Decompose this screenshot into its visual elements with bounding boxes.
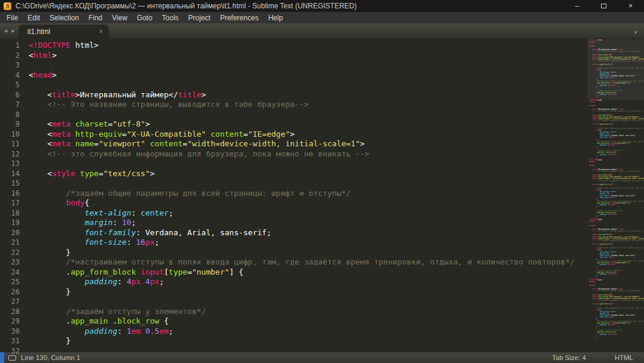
line-number[interactable]: 16 [0, 189, 20, 199]
status-right-group: Tab Size: 4 HTML [552, 354, 644, 361]
line-number[interactable]: 23 [0, 257, 20, 267]
line-number[interactable]: 6 [0, 90, 20, 100]
tab-list-dropdown-icon[interactable]: ▼ [633, 30, 638, 35]
code-line[interactable]: <html> [29, 51, 644, 61]
line-number[interactable]: 27 [0, 297, 20, 307]
line-number[interactable]: 8 [0, 110, 20, 120]
tab-scroll-controls: ◀ ▶ [0, 23, 19, 38]
code-area[interactable]: <!DOCTYPE html><html> <head> <title>Инте… [24, 38, 644, 352]
line-number[interactable]: 24 [0, 267, 20, 278]
code-line[interactable]: <meta charset="utf-8"> [29, 119, 644, 130]
line-number[interactable]: 32 [0, 346, 20, 356]
cursor-position: Line 130, Column 1 [21, 354, 80, 361]
line-number[interactable]: 3 [0, 60, 20, 70]
minimap-viewport[interactable] [587, 39, 644, 100]
code-line[interactable]: .app_main .block_row { [29, 316, 644, 327]
tab-size-indicator[interactable]: Tab Size: 4 [552, 354, 586, 361]
line-number[interactable]: 26 [0, 287, 20, 297]
window-title: C:\GDrive\Яндекс.КОД\Программы\2 — интер… [16, 2, 357, 10]
syntax-mode[interactable]: HTML [615, 354, 633, 361]
code-line[interactable]: /*настраиваем отступы в полях ввода цифр… [29, 257, 644, 267]
tab-scroll-left-icon[interactable]: ◀ [4, 29, 7, 33]
tab-label: it1.html [27, 27, 51, 36]
code-line[interactable]: text-align: center; [29, 208, 644, 219]
code-line[interactable]: padding: 4px 4px; [29, 277, 644, 287]
menu-item-preferences[interactable]: Preferences [215, 12, 264, 23]
code-line[interactable] [29, 159, 644, 169]
tabbar: ◀ ▶ it1.html × ▼ [0, 23, 644, 38]
line-number[interactable]: 21 [0, 238, 20, 248]
line-number[interactable]: 20 [0, 228, 20, 238]
line-number[interactable]: 11 [0, 139, 20, 149]
editor: 1234567891011121314151617181920212223242… [0, 38, 644, 352]
tab-close-icon[interactable]: × [99, 27, 103, 36]
code-line[interactable] [29, 110, 644, 120]
code-line[interactable] [29, 60, 644, 70]
statusbar: Line 130, Column 1 Tab Size: 4 HTML [0, 352, 644, 363]
code-line[interactable]: <meta http-equiv="X-UA-Compatible" conte… [29, 130, 644, 140]
menu-item-help[interactable]: Help [264, 12, 288, 23]
line-number[interactable]: 7 [0, 100, 20, 110]
line-number[interactable]: 15 [0, 179, 20, 189]
line-number[interactable]: 10 [0, 130, 20, 140]
minimap[interactable]: <!DOCTYPE html><html> <head> <title>Инте… [587, 38, 644, 352]
code-line[interactable]: /*задаём отступы у элементов*/ [29, 307, 644, 317]
code-line[interactable]: /*задаём общие параметры для всей страни… [29, 189, 644, 199]
line-number[interactable]: 22 [0, 248, 20, 258]
line-number[interactable]: 13 [0, 159, 20, 169]
code-line[interactable]: <!-- это служебная информация для браузе… [29, 149, 644, 159]
minimize-button[interactable]: – [564, 0, 590, 12]
line-number[interactable]: 2 [0, 51, 20, 61]
code-line[interactable]: <!-- Это название страницы, выводится в … [29, 100, 644, 110]
code-line[interactable]: <head> [29, 70, 644, 81]
line-number[interactable]: 18 [0, 208, 20, 219]
code-line[interactable]: .app_form_block input[type="number"] { [29, 267, 644, 278]
line-number[interactable]: 5 [0, 80, 20, 90]
code-line[interactable]: <!DOCTYPE html> [29, 41, 644, 51]
close-button[interactable]: × [617, 0, 644, 12]
code-line[interactable]: font-family: Verdana, Arial, sans-serif; [29, 228, 644, 238]
code-line[interactable]: } [29, 336, 644, 346]
menu-item-find[interactable]: Find [83, 12, 107, 23]
code-line[interactable]: padding: 1em 0.5em; [29, 327, 644, 337]
line-number[interactable]: 28 [0, 307, 20, 317]
tab-it1-html[interactable]: it1.html × [19, 25, 109, 38]
code-line[interactable]: } [29, 287, 644, 297]
line-number[interactable]: 4 [0, 70, 20, 81]
line-number[interactable]: 30 [0, 327, 20, 337]
line-number[interactable]: 17 [0, 198, 20, 208]
line-number[interactable]: 12 [0, 149, 20, 159]
menubar: FileEditSelectionFindViewGotoToolsProjec… [0, 12, 644, 23]
close-icon: × [628, 2, 633, 10]
code-line[interactable]: font-size: 16px; [29, 238, 644, 248]
menu-item-tools[interactable]: Tools [157, 12, 184, 23]
line-number[interactable]: 31 [0, 336, 20, 346]
tab-scroll-right-icon[interactable]: ▶ [11, 29, 14, 33]
menu-item-view[interactable]: View [107, 12, 132, 23]
code-line[interactable]: body{ [29, 198, 644, 208]
gutter: 1234567891011121314151617181920212223242… [0, 38, 24, 352]
menu-item-file[interactable]: File [2, 12, 23, 23]
code-line[interactable] [29, 346, 644, 353]
menu-item-edit[interactable]: Edit [23, 12, 45, 23]
line-number[interactable]: 14 [0, 169, 20, 179]
minimize-icon: – [575, 2, 579, 10]
line-number[interactable]: 25 [0, 277, 20, 287]
code-line[interactable]: <title>Интервальный таймер</title> [29, 90, 644, 100]
line-number[interactable]: 19 [0, 218, 20, 228]
code-line[interactable] [29, 179, 644, 189]
maximize-button[interactable] [590, 0, 617, 12]
code-line[interactable] [29, 297, 644, 307]
code-line[interactable]: <meta name="viewport" content="width=dev… [29, 139, 644, 149]
code-line[interactable] [29, 80, 644, 90]
line-number[interactable]: 29 [0, 316, 20, 327]
line-number[interactable]: 9 [0, 119, 20, 130]
code-line[interactable]: margin: 10; [29, 218, 644, 228]
code-line[interactable]: <style type="text/css"> [29, 169, 644, 179]
menu-item-project[interactable]: Project [184, 12, 215, 23]
menu-item-goto[interactable]: Goto [132, 12, 157, 23]
menu-item-selection[interactable]: Selection [45, 12, 83, 23]
code-line[interactable]: } [29, 248, 644, 258]
titlebar[interactable]: S C:\GDrive\Яндекс.КОД\Программы\2 — инт… [0, 0, 644, 12]
line-number[interactable]: 1 [0, 41, 20, 51]
